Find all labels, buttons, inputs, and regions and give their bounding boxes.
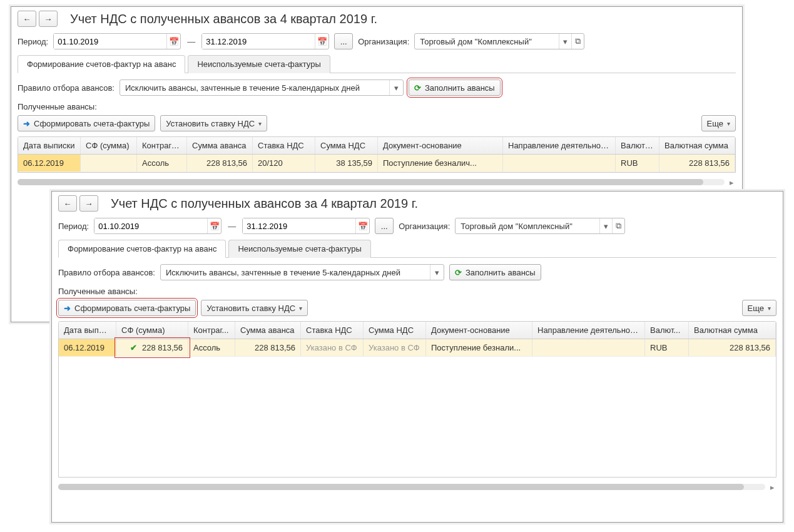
col-vatrate[interactable]: Ставка НДС [253,137,315,154]
col-date[interactable]: Дата выписки [59,322,116,339]
table-row[interactable]: 06.12.2019 Ассоль 228 813,56 20/120 38 1… [18,155,735,172]
chevron-down-icon[interactable]: ▾ [389,80,403,95]
period-to-field[interactable]: 📅 [201,33,329,49]
page-title: Учет НДС с полученных авансов за 4 кварт… [104,197,418,211]
col-vatsum[interactable]: Сумма НДС [364,322,426,339]
arrow-right-icon: → [85,199,93,208]
cell-vatrate: Указано в СФ [301,339,364,356]
period-from-field[interactable]: 📅 [53,33,181,49]
col-cursum[interactable]: Валютная сумма [659,137,735,154]
fill-advances-button[interactable]: ⟳ Заполнить авансы [449,264,541,280]
h-scrollbar[interactable] [18,179,725,185]
tab-unused-invoices[interactable]: Неиспользуемые счета-фактуры [228,240,370,258]
window-vat-advances-bottom: ← → Учет НДС с полученных авансов за 4 к… [51,191,783,523]
col-date[interactable]: Дата выписки [18,137,81,154]
generate-sf-button[interactable]: ➜ Сформировать счета-фактуры [58,300,196,316]
period-from-input[interactable] [54,34,166,49]
period-from-input[interactable] [94,218,207,233]
col-contragent[interactable]: Контраг... [188,322,235,339]
table-header: Дата выписки СФ (сумма) Контраг... Сумма… [59,322,776,339]
org-select[interactable]: Торговый дом "Комплексный" ▾ ⧉ [414,33,584,49]
period-to-field[interactable]: 📅 [242,218,370,234]
more-button[interactable]: Еще ▾ [742,300,776,316]
period-from-field[interactable]: 📅 [94,218,221,234]
rule-select[interactable]: Исключить авансы, зачтенные в течение 5-… [160,264,444,280]
h-scrollbar[interactable] [58,484,765,490]
col-contragent[interactable]: Контрагент [137,137,187,154]
org-label: Организация: [358,37,409,46]
col-vatsum[interactable]: Сумма НДС [315,137,378,154]
cell-contragent: Ассоль [137,155,187,171]
calendar-icon[interactable]: 📅 [355,218,369,233]
cell-activity [503,155,616,171]
received-advances-label: Полученные авансы: [52,283,783,297]
arrow-left-icon: ← [23,14,31,24]
org-value: Торговый дом "Комплексный" [415,37,559,46]
scroll-right-icon[interactable]: ▸ [768,483,776,491]
cell-sf: ✔ 228 813,56 [116,339,188,356]
nav-forward-button[interactable]: → [39,11,58,27]
nav-back-button[interactable]: ← [58,195,77,212]
col-activity[interactable]: Направление деятельности [503,137,616,154]
check-icon: ✔ [130,343,137,352]
tab-form-invoices[interactable]: Формирование счетов-фактур на аванс [58,240,226,258]
col-vatrate[interactable]: Ставка НДС [301,322,364,339]
scroll-right-icon[interactable]: ▸ [727,178,736,187]
table-header: Дата выписки СФ (сумма) Контрагент Сумма… [18,137,735,155]
nav-back-button[interactable]: ← [18,11,36,27]
cell-cursum: 228 813,56 [689,339,776,356]
chevron-down-icon: ▾ [727,120,730,127]
period-to-input[interactable] [202,34,315,49]
refresh-icon: ⟳ [414,83,421,93]
more-button[interactable]: Еще ▾ [701,115,736,131]
cell-currency: RUB [645,339,689,356]
open-external-icon[interactable]: ⧉ [612,218,624,233]
col-sum[interactable]: Сумма аванса [235,322,301,339]
tab-form-invoices[interactable]: Формирование счетов-фактур на аванс [18,55,185,73]
col-sf[interactable]: СФ (сумма) [116,322,188,339]
calendar-icon[interactable]: 📅 [315,34,328,49]
fill-advances-button[interactable]: ⟳ Заполнить авансы [409,79,501,96]
col-sf[interactable]: СФ (сумма) [81,137,137,154]
advances-table: Дата выписки СФ (сумма) Контраг... Сумма… [58,321,776,478]
h-scroll-thumb[interactable] [18,179,703,185]
cell-vatrate: 20/120 [253,155,315,171]
rule-label: Правило отбора авансов: [18,83,115,93]
col-currency[interactable]: Валют... [645,322,689,339]
rule-label: Правило отбора авансов: [58,268,155,277]
rule-select[interactable]: Исключить авансы, зачтенные в течение 5-… [120,79,404,96]
arrow-right-icon: ➜ [64,304,71,313]
open-external-icon[interactable]: ⧉ [571,34,584,49]
col-cursum[interactable]: Валютная сумма [689,322,776,339]
tab-unused-invoices[interactable]: Неиспользуемые счета-фактуры [188,55,330,73]
rule-value: Исключить авансы, зачтенные в течение 5-… [120,83,389,93]
col-sum[interactable]: Сумма аванса [187,137,253,154]
chevron-down-icon[interactable]: ▾ [430,265,444,280]
generate-sf-button[interactable]: ➜ Сформировать счета-фактуры [18,115,155,131]
cell-date: 06.12.2019 [18,155,81,171]
set-vat-rate-button[interactable]: Установить ставку НДС ▾ [201,300,308,316]
chevron-down-icon[interactable]: ▾ [559,34,571,49]
col-currency[interactable]: Валюта... [616,137,659,154]
col-activity[interactable]: Направление деятельности [532,322,645,339]
calendar-icon[interactable]: 📅 [166,34,180,49]
col-docbase[interactable]: Документ-основание [378,137,503,154]
calendar-icon[interactable]: 📅 [207,218,221,233]
nav-forward-button[interactable]: → [79,195,98,212]
chevron-down-icon[interactable]: ▾ [599,218,612,233]
period-to-input[interactable] [243,218,355,233]
cell-sum: 228 813,56 [235,339,301,356]
cell-cursum: 228 813,56 [659,155,735,171]
cell-vatsum: 38 135,59 [315,155,378,171]
period-label: Период: [58,222,89,231]
cell-docbase: Поступление безнали... [426,339,532,356]
rule-value: Исключить авансы, зачтенные в течение 5-… [161,268,430,277]
period-picker-button[interactable]: ... [334,33,353,49]
org-select[interactable]: Торговый дом "Комплексный" ▾ ⧉ [455,218,625,234]
cell-sum: 228 813,56 [187,155,253,171]
set-vat-rate-button[interactable]: Установить ставку НДС ▾ [160,115,267,131]
h-scroll-thumb[interactable] [58,484,744,490]
table-row[interactable]: 06.12.2019 ✔ 228 813,56 Ассоль 228 813,5… [59,339,776,357]
col-docbase[interactable]: Документ-основание [426,322,532,339]
period-picker-button[interactable]: ... [375,218,394,234]
